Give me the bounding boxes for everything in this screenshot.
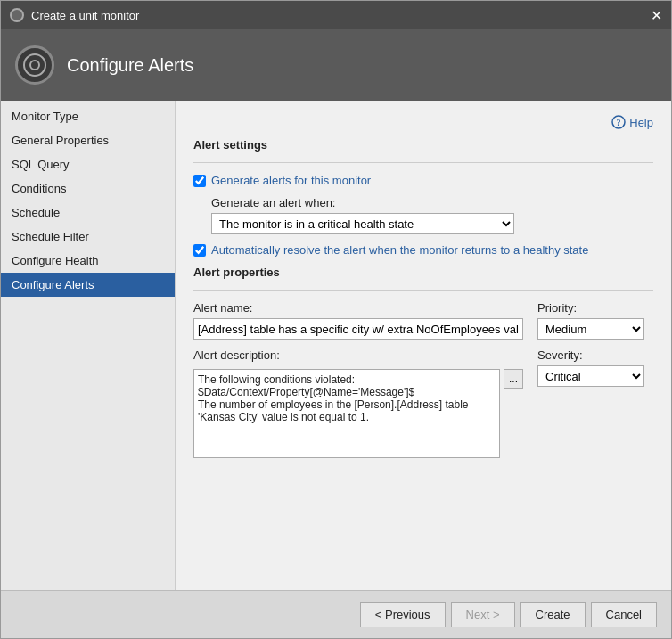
next-button[interactable]: Next > <box>451 602 515 627</box>
svg-point-0 <box>24 54 45 76</box>
alert-desc-label: Alert description: <box>193 348 523 362</box>
sidebar-item-monitor-type[interactable]: Monitor Type <box>1 104 175 128</box>
close-button[interactable]: ✕ <box>651 7 662 24</box>
help-icon: ? <box>611 115 626 129</box>
header-icon <box>15 45 54 85</box>
generate-alerts-checkbox[interactable] <box>193 175 206 187</box>
footer: < Previous Next > Create Cancel <box>1 590 671 638</box>
header-banner: Configure Alerts <box>1 29 671 101</box>
title-bar-icon <box>10 8 24 22</box>
auto-resolve-row: Automatically resolve the alert when the… <box>193 243 653 257</box>
divider-2 <box>193 290 653 291</box>
help-text: Help <box>629 116 653 129</box>
alert-desc-textarea[interactable]: The following conditions violated: $Data… <box>193 369 500 458</box>
severity-select[interactable]: Informational Warning Critical <box>537 365 644 387</box>
main-content: Monitor Type General Properties SQL Quer… <box>1 101 671 590</box>
divider-1 <box>193 162 653 163</box>
content-area: ? Help Alert settings Generate alerts fo… <box>176 101 671 590</box>
window: Create a unit monitor ✕ Configure Alerts… <box>0 0 672 639</box>
priority-row: Priority: Low Medium High <box>537 301 653 340</box>
auto-resolve-checkbox[interactable] <box>193 244 206 257</box>
auto-resolve-label[interactable]: Automatically resolve the alert when the… <box>211 243 588 257</box>
severity-label: Severity: <box>537 348 653 362</box>
priority-label: Priority: <box>537 301 653 315</box>
alert-desc-row: The following conditions violated: $Data… <box>193 369 523 458</box>
desc-ellipsis-button[interactable]: ... <box>504 369 523 389</box>
help-link[interactable]: ? Help <box>193 115 653 129</box>
generate-when-select[interactable]: The monitor is in a critical health stat… <box>211 213 514 234</box>
cancel-button[interactable]: Cancel <box>591 602 657 627</box>
create-button[interactable]: Create <box>520 602 586 627</box>
sidebar-item-sql-query[interactable]: SQL Query <box>1 152 175 176</box>
priority-select[interactable]: Low Medium High <box>537 318 644 340</box>
alert-properties-title: Alert properties <box>193 266 653 279</box>
alert-name-label: Alert name: <box>193 301 523 315</box>
previous-button[interactable]: < Previous <box>360 602 446 627</box>
alert-name-input[interactable] <box>193 318 523 340</box>
sidebar: Monitor Type General Properties SQL Quer… <box>1 101 176 590</box>
alert-properties-section: Alert properties Alert name: Alert descr… <box>193 266 653 458</box>
sidebar-item-conditions[interactable]: Conditions <box>1 176 175 201</box>
svg-text:?: ? <box>617 118 621 127</box>
svg-point-1 <box>30 61 39 70</box>
alert-props-left: Alert name: Alert description: The follo… <box>193 301 523 458</box>
sidebar-item-configure-alerts[interactable]: Configure Alerts <box>1 273 175 297</box>
alert-settings-title: Alert settings <box>193 138 653 152</box>
severity-row: Severity: Informational Warning Critical <box>537 348 653 387</box>
generate-alerts-row: Generate alerts for this monitor <box>193 174 653 187</box>
alert-props-grid: Alert name: Alert description: The follo… <box>193 301 653 458</box>
sidebar-item-configure-health[interactable]: Configure Health <box>1 249 175 273</box>
generate-alerts-label[interactable]: Generate alerts for this monitor <box>211 174 371 187</box>
alert-props-right: Priority: Low Medium High Severity: Info… <box>537 301 653 458</box>
sidebar-item-schedule-filter[interactable]: Schedule Filter <box>1 225 175 249</box>
title-bar-text: Create a unit monitor <box>31 9 643 22</box>
header-title: Configure Alerts <box>67 55 193 76</box>
sidebar-item-schedule[interactable]: Schedule <box>1 201 175 225</box>
generate-when-label: Generate an alert when: <box>211 196 653 209</box>
title-bar: Create a unit monitor ✕ <box>1 1 671 29</box>
sidebar-item-general-properties[interactable]: General Properties <box>1 128 175 152</box>
